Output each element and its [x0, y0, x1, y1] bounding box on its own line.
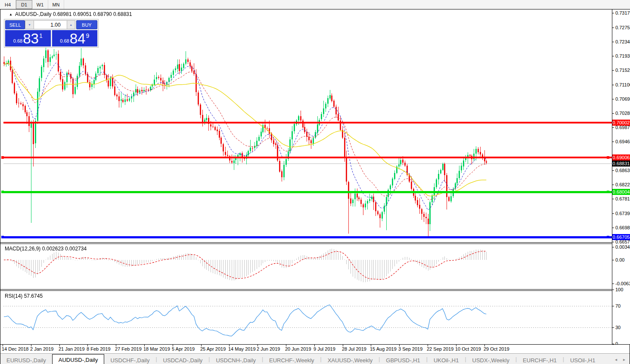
macd-label: MACD(12,26,9) 0.002623 0.002734 [5, 246, 87, 252]
tab-xauusd-weekly[interactable]: XAUUSD-,Weekly [322, 355, 379, 364]
volume-decrease-button[interactable]: ▼ [25, 20, 34, 29]
panel-separator [0, 289, 630, 291]
price-axis-label: 0.67390 [615, 211, 630, 216]
rsi-label: RSI(14) 57.6745 [5, 293, 43, 299]
tab-gbpusd-h1[interactable]: GBPUSD-,H1 [380, 355, 426, 364]
timeframe-button-w1[interactable]: W1 [32, 0, 48, 9]
date-axis-label: 5 Apr 2019 [172, 346, 195, 352]
tab-eurusd-daily[interactable]: EURUSD-,Daily [0, 355, 52, 364]
price-axis-label: 0.71930 [615, 53, 630, 59]
axis-tick-mark [612, 99, 614, 99]
date-axis-label: 2 Jan 2019 [30, 346, 53, 352]
volume-input[interactable] [34, 20, 67, 29]
date-axis-label: 29 Oct 2019 [484, 346, 509, 352]
date-axis-label: 28 Jul 2019 [342, 346, 366, 352]
chart-window: ▲ AUDUSD-,Daily 0.68981 0.69051 0.68790 … [0, 9, 630, 364]
rsi-panel-canvas[interactable] [0, 291, 612, 344]
axis-tick-mark [612, 290, 614, 290]
date-axis-label: 9 Jul 2019 [313, 346, 335, 352]
volume-increase-button[interactable]: ▲ [67, 20, 75, 29]
buy-price-box[interactable]: 0.68 84 9 [52, 30, 98, 46]
macd-panel-canvas[interactable] [0, 244, 612, 289]
trade-panel-controls: SELL ▼ ▲ BUY [5, 20, 97, 29]
axis-tick-mark [612, 170, 614, 171]
price-axis-label: 0.71520 [615, 68, 630, 73]
macd-axis-label: -0.00637 [615, 281, 630, 286]
date-axis-label: 14 Dec 2018 [2, 346, 28, 352]
axis-tick-mark [612, 13, 614, 13]
date-axis-label: 14 May 2019 [228, 346, 256, 352]
tab-eurchf-h1[interactable]: EURCHF-,H1 [517, 355, 563, 364]
sell-price-prefix: 0.68 [13, 38, 22, 43]
price-axis-label: 0.72340 [615, 39, 630, 44]
axis-tick-mark [612, 142, 614, 142]
price-axis-label: 0.66980 [615, 225, 630, 230]
one-click-trading-panel: SELL ▼ ▲ BUY 0.68 83 1 0.68 84 9 [4, 19, 99, 48]
price-axis[interactable]: 0.731700.727500.723400.719300.715200.711… [612, 9, 630, 344]
tab-scroll-arrows: ◂▸ [615, 357, 625, 362]
macd-axis-label: 0.00349 [615, 244, 630, 250]
rsi-axis-label: 30 [615, 325, 621, 330]
tab-scroll-right-icon[interactable]: ▸ [623, 357, 625, 362]
symbol-marker-icon: ▲ [9, 12, 12, 16]
date-axis-label: 18 Mar 2019 [143, 346, 170, 352]
axis-tick-mark [612, 247, 614, 247]
tab-usdcnh-daily[interactable]: USDCNH-,Daily [210, 355, 261, 364]
date-axis-label: 22 Sep 2019 [427, 346, 453, 352]
date-axis[interactable]: 14 Dec 20182 Jan 201921 Jan 20198 Feb 20… [0, 344, 630, 354]
axis-tick-mark [612, 242, 614, 242]
axis-tick-mark [612, 56, 614, 56]
date-axis-label: 25 Apr 2019 [200, 346, 226, 352]
price-axis-label: 0.69460 [615, 139, 630, 144]
axis-tick-mark [612, 70, 614, 71]
price-axis-label: 0.70690 [615, 96, 630, 102]
timeframe-button-d1[interactable]: D1 [16, 0, 32, 9]
tab-usdcad-daily[interactable]: USDCAD-,Daily [157, 355, 209, 364]
price-level-tag: 0.68831 [612, 160, 630, 167]
price-axis-label: 0.72750 [615, 25, 630, 30]
date-axis-label: 21 Jan 2019 [59, 346, 85, 352]
axis-tick-mark [612, 127, 614, 128]
symbol-tab-bar: EURUSD-,DailyAUDUSD-,DailyUSDCHF-,Daily|… [0, 353, 630, 364]
rsi-axis-label: 70 [615, 303, 621, 308]
axis-tick-mark [612, 284, 614, 284]
sell-price-box[interactable]: 0.68 83 1 [5, 30, 51, 46]
buy-price-pips: 84 [70, 32, 86, 45]
buy-price-prefix: 0.68 [60, 38, 69, 43]
price-axis-label: 0.70280 [615, 111, 630, 116]
date-axis-label: 3 Sep 2019 [398, 346, 422, 352]
axis-tick-mark [612, 327, 614, 328]
macd-axis-label: 0.00 [615, 257, 624, 262]
tab-usoil-h1[interactable]: USOil-,H1 [564, 355, 602, 364]
sell-button[interactable]: SELL [5, 20, 25, 29]
timeframe-button-mn[interactable]: MN [48, 0, 64, 9]
timeframe-button-h4[interactable]: H4 [0, 0, 16, 9]
price-axis-label: 0.68630 [615, 168, 630, 173]
tab-audusd-daily[interactable]: AUDUSD-,Daily [52, 354, 105, 364]
date-axis-label: 27 Feb 2019 [115, 346, 142, 352]
chart-title-text: AUDUSD-,Daily 0.68981 0.69051 0.68790 0.… [15, 11, 132, 17]
chevron-down-icon: ▼ [28, 23, 31, 26]
tab-usdchf-daily[interactable]: USDCHF-,Daily [104, 355, 155, 364]
tab-usdx-weekly[interactable]: USDX-,Weekly [466, 355, 515, 364]
buy-button[interactable]: BUY [76, 20, 97, 29]
tab-eurchf-weekly[interactable]: EURCHF-,Weekly [263, 355, 320, 364]
price-axis-label: 0.73170 [615, 10, 630, 15]
price-axis-label: 0.68220 [615, 182, 630, 187]
sell-price-point: 1 [39, 32, 43, 39]
mt4-window: H4D1W1MN ▲ AUDUSD-,Daily 0.68981 0.69051… [0, 0, 630, 364]
axis-tick-mark [612, 228, 614, 228]
date-axis-label: 15 Aug 2019 [370, 346, 397, 352]
price-level-tag: 0.68004 [612, 189, 630, 195]
axis-tick-mark [612, 213, 614, 214]
axis-tick-mark [612, 306, 614, 306]
timeframe-toolbar: H4D1W1MN [0, 0, 630, 9]
axis-tick-mark [612, 199, 614, 199]
price-axis-label: 0.67810 [615, 196, 630, 201]
tab-ukoil-h1[interactable]: UKOil-,H1 [428, 355, 465, 364]
rsi-axis-label: 100 [615, 287, 623, 292]
tab-scroll-left-icon[interactable]: ◂ [615, 357, 617, 362]
date-axis-label: 2 Jun 2019 [257, 346, 280, 352]
axis-tick-mark [612, 113, 614, 114]
axis-tick-mark [612, 85, 614, 85]
